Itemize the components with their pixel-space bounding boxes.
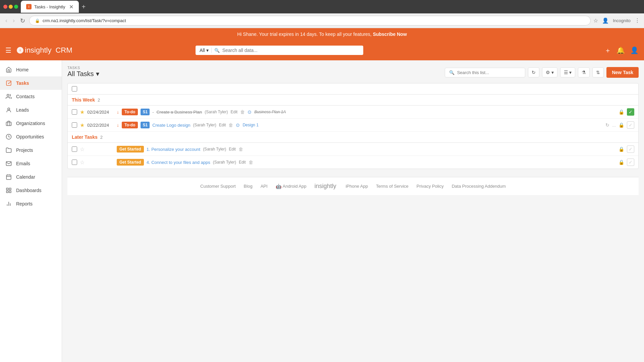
sort-button[interactable]: ⇅ bbox=[592, 67, 604, 77]
user-avatar[interactable]: 👤 bbox=[630, 46, 639, 54]
lock-icon-3: 🔒 bbox=[619, 146, 624, 152]
task-name-1[interactable]: Create a Business Plan bbox=[156, 110, 202, 115]
trash-icon-3[interactable]: 🗑 bbox=[238, 146, 243, 152]
task-edit-2[interactable]: Edit bbox=[219, 123, 226, 127]
task-checkbox-3[interactable] bbox=[72, 146, 77, 152]
subscribe-link[interactable]: Subscribe Now bbox=[373, 32, 407, 37]
hamburger-icon[interactable]: ☰ bbox=[5, 46, 11, 54]
section-this-week: This Week 2 bbox=[68, 95, 638, 106]
svg-rect-7 bbox=[6, 175, 11, 180]
task-name-2[interactable]: Create Logo design bbox=[152, 123, 190, 128]
content-area: TASKS All Tasks ▾ 🔍 ↻ ⚙ ▾ ☰ ▾ ⚗ ⇅ bbox=[62, 60, 644, 362]
footer-privacy[interactable]: Privacy Policy bbox=[417, 184, 444, 189]
sidebar-item-reports[interactable]: Reports bbox=[0, 197, 62, 210]
sidebar-item-home[interactable]: Home bbox=[0, 63, 62, 76]
s1-badge-1: S1 bbox=[141, 109, 150, 115]
dash-separator-1: - bbox=[152, 110, 154, 115]
footer-customer-support[interactable]: Customer Support bbox=[200, 184, 236, 189]
complete-button-2[interactable]: ✓ bbox=[627, 121, 634, 129]
task-edit-4[interactable]: Edit bbox=[239, 160, 246, 165]
browser-tab[interactable]: i Tasks - Insightly ✕ bbox=[21, 1, 79, 13]
search-list[interactable]: 🔍 bbox=[445, 68, 525, 77]
footer-logo: insightly bbox=[314, 183, 336, 190]
sidebar-label-reports: Reports bbox=[16, 201, 33, 206]
chevron-down-icon: ▾ bbox=[206, 48, 209, 53]
svg-point-4 bbox=[8, 108, 10, 110]
add-icon[interactable]: ＋ bbox=[604, 46, 611, 55]
task-owner-2: (Sarah Tyler) bbox=[193, 123, 216, 127]
complete-button-4[interactable]: ✓ bbox=[627, 159, 634, 166]
menu-icon[interactable]: ⋮ bbox=[635, 17, 640, 24]
footer: Customer Support Blog API 🤖 Android App … bbox=[67, 177, 639, 195]
address-bar[interactable]: 🔒 crm.na1.insightly.com/list/Task/?v=com… bbox=[29, 16, 591, 25]
task-name-3[interactable]: 1. Personalize your account bbox=[147, 147, 200, 152]
task-edit-1[interactable]: Edit bbox=[230, 110, 237, 114]
refresh-button[interactable]: ↻ bbox=[19, 16, 26, 26]
svg-rect-2 bbox=[6, 81, 11, 85]
sidebar-item-projects[interactable]: Projects bbox=[0, 143, 62, 157]
contacts-icon bbox=[5, 93, 12, 100]
forward-button[interactable]: › bbox=[11, 16, 16, 25]
tasks-controls: 🔍 ↻ ⚙ ▾ ☰ ▾ ⚗ ⇅ New Task bbox=[445, 67, 639, 78]
sidebar-item-calendar[interactable]: Calendar bbox=[0, 170, 62, 184]
footer-blog[interactable]: Blog bbox=[244, 184, 253, 189]
dashboards-icon bbox=[5, 187, 12, 194]
footer-terms[interactable]: Terms of Service bbox=[376, 184, 409, 189]
star-icon-1[interactable]: ★ bbox=[80, 109, 85, 115]
sidebar-item-opportunities[interactable]: Opportunities bbox=[0, 130, 62, 143]
search-list-input[interactable] bbox=[457, 70, 521, 75]
task-link-1[interactable]: Business Plan 1A bbox=[254, 110, 286, 114]
search-dropdown[interactable]: All ▾ bbox=[200, 48, 212, 53]
leads-icon bbox=[5, 107, 12, 113]
sidebar-item-leads[interactable]: Leads bbox=[0, 103, 62, 117]
footer-dpa[interactable]: Data Processing Addendum bbox=[452, 184, 506, 189]
task-actions-3: 🔒 ✓ bbox=[619, 145, 634, 153]
task-name-4[interactable]: 4. Connect to your files and apps bbox=[147, 160, 210, 165]
star-icon-4[interactable]: ☆ bbox=[80, 159, 85, 166]
close-tab-button[interactable]: ✕ bbox=[69, 4, 73, 10]
tasks-table: This Week 2 ★ 02/24/2024 ↓ To-do S1 - Cr… bbox=[67, 83, 639, 169]
new-task-button[interactable]: New Task bbox=[606, 67, 639, 78]
footer-iphone-app[interactable]: iPhone App bbox=[345, 184, 368, 189]
tasks-icon bbox=[5, 80, 12, 86]
new-tab-button[interactable]: + bbox=[82, 3, 86, 11]
task-link-2[interactable]: Design 1 bbox=[243, 123, 258, 127]
svg-rect-13 bbox=[9, 191, 11, 193]
bookmark-icon[interactable]: ☆ bbox=[593, 17, 598, 24]
sidebar-label-calendar: Calendar bbox=[16, 174, 35, 180]
task-checkbox-2[interactable] bbox=[72, 122, 77, 128]
search-input[interactable] bbox=[222, 48, 359, 53]
task-checkbox-4[interactable] bbox=[72, 160, 77, 165]
trash-icon-4[interactable]: 🗑 bbox=[249, 160, 253, 165]
notification-icon[interactable]: 🔔 bbox=[616, 46, 625, 54]
complete-button-3[interactable]: ✓ bbox=[627, 145, 634, 153]
sidebar-item-emails[interactable]: Emails bbox=[0, 157, 62, 170]
sidebar-item-dashboards[interactable]: Dashboards bbox=[0, 184, 62, 197]
footer-android-app[interactable]: Android App bbox=[283, 184, 307, 189]
select-all-checkbox[interactable] bbox=[72, 86, 77, 92]
footer-api[interactable]: API bbox=[261, 184, 268, 189]
svg-text:i: i bbox=[20, 49, 20, 52]
tasks-title[interactable]: All Tasks ▾ bbox=[67, 70, 99, 78]
sidebar-item-tasks[interactable]: Tasks bbox=[0, 76, 62, 90]
task-edit-3[interactable]: Edit bbox=[229, 147, 236, 152]
star-icon-2[interactable]: ★ bbox=[80, 122, 85, 128]
profile-icon[interactable]: 👤 bbox=[602, 17, 609, 24]
trash-icon-2[interactable]: 🗑 bbox=[228, 122, 233, 128]
sidebar-item-contacts[interactable]: Contacts bbox=[0, 90, 62, 103]
star-icon-3[interactable]: ☆ bbox=[80, 146, 85, 153]
sidebar-item-organizations[interactable]: Organizations bbox=[0, 117, 62, 130]
trash-icon-1[interactable]: 🗑 bbox=[240, 109, 245, 115]
refresh-button[interactable]: ↻ bbox=[528, 67, 539, 77]
badge-getstarted-3: Get Started bbox=[117, 146, 144, 153]
view-toggle-button[interactable]: ☰ ▾ bbox=[560, 67, 576, 77]
trial-banner: Hi Shane. Your trial expires in 14 days.… bbox=[0, 28, 644, 40]
task-checkbox-1[interactable] bbox=[72, 109, 77, 115]
back-button[interactable]: ‹ bbox=[4, 16, 9, 25]
complete-button-1[interactable]: ✓ bbox=[627, 108, 634, 116]
banner-text: Hi Shane. Your trial expires in 14 days.… bbox=[237, 32, 372, 37]
settings-button[interactable]: ⚙ ▾ bbox=[542, 67, 557, 77]
lock-icon-2: 🔒 bbox=[619, 122, 624, 128]
filter-button[interactable]: ⚗ bbox=[578, 67, 590, 77]
s1-badge-2: S1 bbox=[141, 122, 150, 128]
